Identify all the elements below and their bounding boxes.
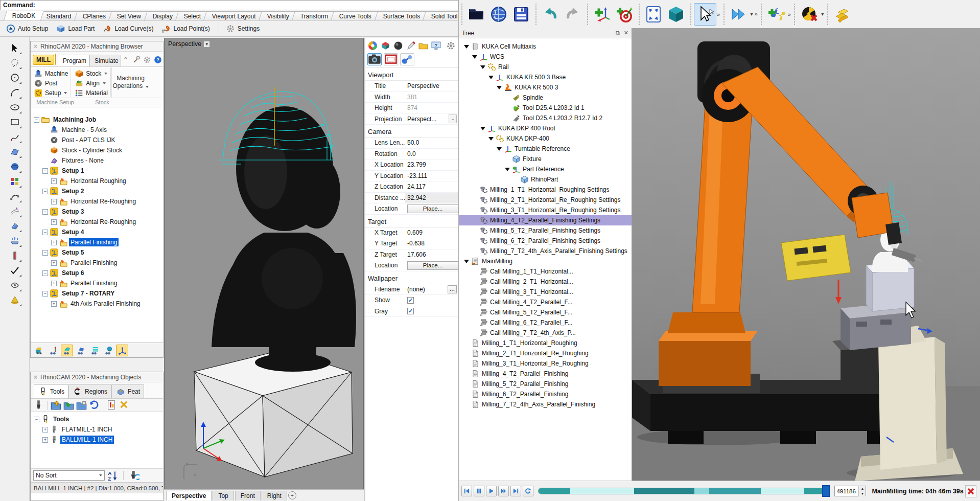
robodk-tree-item[interactable]: KUKA DKP 400 Root — [459, 123, 632, 133]
expanded-triangle-icon[interactable] — [497, 147, 502, 151]
close-simulation-icon[interactable] — [965, 485, 976, 497]
machining-tree-item[interactable]: +Horizontal Re-Roughing — [31, 217, 163, 227]
checkbox[interactable]: ✓ — [407, 308, 414, 314]
pipe-tool-icon[interactable] — [7, 248, 22, 263]
machining-tree-item[interactable]: −Setup 3 — [31, 207, 163, 217]
pen-red-icon[interactable] — [406, 40, 416, 51]
frame-value-input[interactable] — [835, 488, 858, 494]
sim-material-icon[interactable] — [75, 345, 87, 356]
property-value[interactable]: ✓ — [405, 297, 458, 304]
close-icon[interactable]: × — [34, 374, 37, 381]
machining-operations-button[interactable]: MachiningOperations — [111, 67, 149, 98]
toolbar-group-handle[interactable] — [534, 4, 537, 25]
align-button[interactable]: Align — [74, 78, 109, 88]
float-panel-icon[interactable]: ⧉ — [616, 30, 620, 36]
expanded-triangle-icon[interactable] — [488, 76, 494, 79]
robodk-tree-item[interactable]: Milling_2_T1_Horizontal_Re_Roughing Sett… — [459, 195, 632, 205]
molecule-icon[interactable] — [400, 53, 414, 65]
collapse-icon[interactable]: − — [34, 117, 39, 123]
tab-program[interactable]: Program — [58, 55, 89, 66]
expanded-triangle-icon[interactable] — [480, 127, 485, 130]
robodk-tree-item[interactable]: Turntable Reference — [459, 144, 632, 154]
collision-icon[interactable] — [798, 3, 821, 26]
robodk-tree-item[interactable]: KUKA KR 500 3 Base — [459, 72, 632, 82]
frame-spinbox[interactable]: ▲ ▼ — [834, 486, 866, 496]
raise-tool-icon[interactable] — [7, 234, 22, 248]
machining-tree-item[interactable]: +Horizontal Re-Roughing — [31, 196, 163, 207]
open-icon[interactable] — [465, 3, 487, 26]
menu-tab-robodk[interactable]: RoboDK — [4, 11, 44, 20]
perspective-viewport[interactable]: Perspective ▼ — [164, 38, 364, 489]
machine-button[interactable]: Machine — [33, 69, 69, 78]
tool-new-icon[interactable] — [33, 400, 44, 411]
property-value[interactable]: (none)... — [405, 285, 458, 293]
menu-tab-transform[interactable]: Transform — [292, 11, 337, 20]
toolbar-group-handle[interactable] — [638, 4, 640, 25]
checkbox[interactable]: ✓ — [407, 297, 414, 304]
settings-button[interactable]: Settings — [224, 23, 264, 34]
colorwheel-icon[interactable] — [367, 40, 378, 51]
circle-tool-icon[interactable] — [7, 71, 22, 85]
expand-icon[interactable]: + — [51, 301, 57, 307]
shade-tool-icon[interactable] — [7, 219, 22, 233]
timeline-handle[interactable] — [822, 485, 830, 497]
overflow-chevron-icon[interactable]: ▾ — [821, 11, 824, 17]
robodk-tree-item[interactable]: Part Reference — [459, 164, 632, 174]
robodk-tree-item[interactable]: Milling_7_T2_4th_Axis_Parallel_Finishing — [459, 399, 632, 409]
camera-icon[interactable] — [367, 53, 382, 65]
robodk-tree-item[interactable]: Milling_6_T2_Parallel_Finishing Settings — [459, 236, 632, 246]
toolbar-group-handle[interactable] — [722, 4, 725, 25]
robodk-tree-item[interactable]: Milling_5_T2_Parallel_Finishing — [459, 379, 632, 389]
swatch-tool-icon[interactable] — [7, 174, 22, 189]
expand-icon[interactable]: + — [51, 281, 57, 286]
property-value[interactable]: Perspective — [405, 82, 458, 89]
robodk-tree-item[interactable]: Milling_3_T1_Horizontal_Re_Roughing — [459, 358, 632, 369]
tool-tree-item[interactable]: +BALLMILL-1 INCH — [31, 435, 163, 445]
mill-tool-icon[interactable] — [55, 54, 56, 65]
sim-world-icon[interactable] — [102, 345, 114, 356]
robodk-tree-item[interactable]: Spindle — [459, 93, 632, 103]
check-tool-icon[interactable] — [7, 263, 22, 278]
machining-tree-item[interactable]: Machine - 5 Axis — [31, 125, 163, 135]
tool-saveas-icon[interactable] — [76, 400, 87, 411]
toolbar-group-handle[interactable] — [460, 4, 463, 25]
machining-tree-item[interactable]: −Setup 6 — [31, 268, 163, 278]
viewport-title-menu-icon[interactable]: ▼ — [203, 41, 210, 48]
property-value[interactable]: ✓ — [405, 308, 458, 314]
add-viewport-icon[interactable]: + — [288, 491, 296, 499]
tool-load-icon[interactable] — [50, 400, 62, 411]
property-value[interactable]: 0.0 — [405, 150, 458, 157]
machining-tree-item[interactable]: −Setup 2 — [31, 186, 163, 196]
property-value[interactable]: 50.0 — [405, 139, 458, 146]
auto-setup-button[interactable]: Auto Setup — [4, 23, 52, 34]
tab-simulate[interactable]: Simulate — [89, 55, 121, 66]
robodk-tree-item[interactable]: KUKA DKP-400 — [459, 133, 632, 144]
tool-tree-item[interactable]: −Tools — [31, 414, 163, 424]
robodk-tree-item[interactable]: Call Milling_1_T1_Horizontal... — [459, 266, 632, 277]
robodk-tree-item[interactable]: Call Milling_4_T2_Parallel_F... — [459, 297, 632, 307]
expand-icon[interactable]: + — [51, 260, 57, 266]
expand-icon[interactable]: + — [51, 199, 57, 204]
replay-icon[interactable] — [523, 486, 533, 496]
machining-tree-item[interactable]: −Setup 7 - ROTARY — [31, 288, 163, 299]
robodk-tree-item[interactable]: Fixture — [459, 154, 632, 164]
machining-tree-item[interactable]: Fixtures - None — [31, 155, 163, 166]
toolbar-group-handle[interactable] — [586, 4, 589, 25]
sim-toolpath-icon[interactable] — [61, 345, 73, 356]
viewport-tab-right[interactable]: Right — [262, 491, 287, 500]
addframe-icon[interactable] — [591, 3, 613, 26]
place-button[interactable]: Place... — [407, 261, 458, 270]
place-button[interactable]: Place... — [407, 204, 458, 213]
patch-tool-icon[interactable] — [7, 145, 22, 159]
addpython-icon[interactable] — [765, 3, 787, 26]
property-value[interactable]: Perspect...⌄ — [405, 115, 458, 123]
property-value[interactable]: 874 — [405, 104, 458, 111]
machining-tree-item[interactable]: −Setup 5 — [31, 247, 163, 258]
isoview-icon[interactable] — [665, 3, 687, 26]
ellipse-tool-icon[interactable] — [7, 100, 22, 115]
expand-icon[interactable]: + — [51, 240, 57, 245]
collapse-icon[interactable]: − — [42, 230, 48, 235]
browse-button[interactable]: ... — [448, 285, 457, 293]
robodk-tree-item[interactable]: MainMilling — [459, 256, 632, 266]
sim-axes-icon[interactable] — [116, 345, 128, 356]
